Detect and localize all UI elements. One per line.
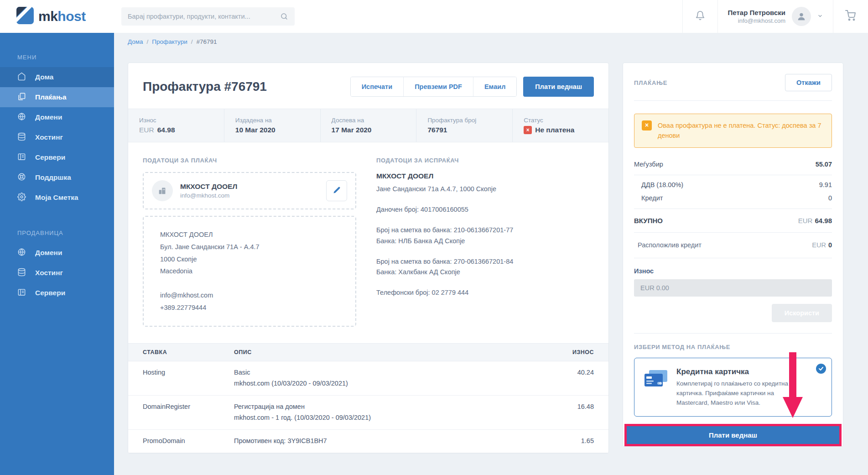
person-icon	[796, 11, 806, 21]
method-name: Кредитна картичка	[676, 367, 800, 376]
sidebar-item-billing[interactable]: Плаќања	[0, 87, 114, 107]
available-credit-label: Расположлив кредит	[638, 241, 702, 249]
user-name: Петар Петровски	[728, 9, 785, 16]
invoice-action-group: Испечати Превземи PDF Емаил	[350, 77, 517, 97]
payer-address-street: Бул. Јане Сандански 71А - А.4.7	[160, 241, 339, 253]
sidebar-shop-domains[interactable]: Домени	[0, 243, 114, 263]
cancel-button[interactable]: Откажи	[785, 74, 832, 91]
pay-now-header-button[interactable]: Плати веднаш	[523, 77, 594, 97]
sidebar-shop-servers[interactable]: Сервери	[0, 283, 114, 303]
pencil-icon	[333, 186, 341, 195]
credit-card-icon	[643, 367, 669, 408]
sidebar-shop-label: ПРОДАВНИЦА	[17, 230, 114, 236]
sidebar-menu-label: МЕНИ	[17, 54, 114, 61]
sidebar-shop-hosting[interactable]: Хостинг	[0, 263, 114, 283]
payer-company: МКХОСТ ДООЕЛ	[180, 183, 237, 191]
notifications-button[interactable]	[683, 0, 717, 33]
check-circle-icon	[816, 364, 826, 374]
credit-amount-input[interactable]	[634, 279, 832, 297]
item-desc: Регистрација на домен	[234, 403, 525, 410]
home-icon	[17, 72, 26, 83]
credit-amount-section: Износ Искористи	[634, 258, 832, 334]
gear-icon	[17, 193, 26, 203]
stat-number: Профактура број 76791	[416, 109, 512, 142]
payer-email: info@mkhost.com	[180, 192, 237, 199]
sender-bank1-name: Банка: НЛБ Банка АД Скопје	[376, 236, 594, 246]
sidebar: МЕНИ Дома Плаќања Домени Хостинг Сервери…	[0, 33, 114, 475]
item-name: DomainRegister	[143, 403, 234, 421]
method-section-title: ИЗБЕРИ МЕТОД НА ПЛАЌАЊЕ	[634, 344, 832, 350]
credit-label: Кредит	[641, 194, 663, 202]
edit-payer-button[interactable]	[326, 180, 347, 201]
payment-method-section: ИЗБЕРИ МЕТОД НА ПЛАЌАЊЕ	[634, 334, 832, 446]
table-header: СТАВКА ОПИС ИЗНОС	[128, 343, 608, 361]
amount-label: Износ	[634, 267, 832, 275]
globe-icon	[17, 112, 26, 123]
payer-address-box: МКХОСТ ДООЕЛ Бул. Јане Сандански 71А - А…	[143, 216, 356, 327]
invoice-card: Профактура #76791 Испечати Превземи PDF …	[128, 63, 609, 454]
annotation-highlight: Плати веднаш	[624, 424, 842, 446]
search-input[interactable]	[128, 13, 280, 20]
pay-now-button[interactable]: Плати веднаш	[627, 426, 839, 444]
payer-address-email: info@mkhost.com	[160, 289, 339, 302]
use-credit-button[interactable]: Искористи	[772, 304, 832, 322]
email-button[interactable]: Емаил	[473, 77, 516, 96]
payer-address-country: Macedonia	[160, 265, 339, 277]
user-menu[interactable]: Петар Петровски info@mkhost.com	[718, 0, 833, 33]
payer-summary-box: МКХОСТ ДООЕЛ info@mkhost.com	[143, 172, 356, 209]
item-name: PromoDomain	[143, 437, 234, 444]
stat-issued: Издадена на 10 Mar 2020	[224, 109, 320, 142]
sidebar-item-domains[interactable]: Домени	[0, 107, 114, 127]
breadcrumb-invoices[interactable]: Профактури	[152, 38, 187, 45]
unpaid-status-icon: ×	[524, 126, 532, 134]
breadcrumb-current: #76791	[197, 38, 217, 45]
total-value: 64.98	[815, 217, 832, 224]
available-credit-value: 0	[828, 241, 832, 249]
avatar[interactable]	[792, 7, 811, 26]
payer-address-city: 1000 Скопје	[160, 253, 339, 266]
item-amount: 40.24	[525, 369, 594, 387]
sender-tax-number: Даночен број: 4017006160055	[376, 204, 594, 215]
item-amount: 1.65	[525, 437, 594, 444]
unpaid-warning: × Оваа профактура не е платена. Статус: …	[634, 114, 832, 148]
sender-bank1-account: Број на сметка во банка: 210-0613667201-…	[376, 225, 594, 235]
cart-button[interactable]	[833, 0, 868, 33]
billing-icon	[17, 92, 26, 103]
print-button[interactable]: Испечати	[351, 77, 403, 96]
method-description: Комплетирај го плаќањето со кредитна кар…	[676, 379, 800, 408]
sender-phone: Телефонски број: 02 2779 444	[376, 287, 594, 298]
topbar: mkhost Петар Петровски info@mkhost.com	[0, 0, 868, 33]
vat-value: 9.91	[819, 181, 832, 188]
sidebar-item-my-account[interactable]: Моја Сметка	[0, 188, 114, 208]
table-row: Hosting Basicmkhost.com (10/03/2020 - 09…	[128, 361, 608, 396]
breadcrumb-home[interactable]: Дома	[128, 38, 143, 45]
payer-address-company: МКХОСТ ДООЕЛ	[160, 229, 339, 241]
sidebar-item-servers[interactable]: Сервери	[0, 147, 114, 167]
mkhost-logo[interactable]: mkhost	[0, 7, 114, 26]
sender-section-title: ПОДАТОЦИ ЗА ИСПРАЌАЧ	[376, 157, 594, 164]
server-icon	[17, 152, 26, 163]
organization-icon	[152, 180, 173, 201]
download-pdf-button[interactable]: Превземи PDF	[403, 77, 473, 96]
stat-amount: Износ EUR64.98	[128, 109, 224, 142]
status-badge: Не платена	[535, 126, 574, 134]
invoice-items-table: СТАВКА ОПИС ИЗНОС Hosting Basicmkhost.co…	[128, 343, 608, 453]
breadcrumb: Дома / Профактури / #76791	[128, 38, 868, 45]
credit-value: 0	[828, 194, 832, 202]
item-amount: 16.48	[525, 403, 594, 421]
payment-method-credit-card[interactable]: Кредитна картичка Комплетирај го плаќање…	[634, 358, 832, 417]
item-desc-detail: mkhost.com - 1 год. (10/03/2020 - 09/03/…	[234, 414, 525, 421]
item-desc: Basic	[234, 369, 525, 376]
globe-icon	[17, 248, 26, 258]
item-name: Hosting	[143, 369, 234, 387]
stat-status: Статус × Не платена	[512, 109, 608, 142]
chevron-down-icon[interactable]	[817, 12, 823, 21]
lifebuoy-icon	[17, 172, 26, 183]
user-email: info@mkhost.com	[728, 17, 785, 24]
sender-bank2-name: Банка: Халкбанк АД Скопје	[376, 267, 594, 277]
sidebar-item-home[interactable]: Дома	[0, 67, 114, 87]
sidebar-item-support[interactable]: Поддршка	[0, 167, 114, 188]
sidebar-item-hosting[interactable]: Хостинг	[0, 127, 114, 147]
search-icon[interactable]	[280, 12, 288, 21]
payment-panel: ПЛАЌАЊЕ Откажи × Оваа профактура не е пл…	[623, 63, 843, 447]
